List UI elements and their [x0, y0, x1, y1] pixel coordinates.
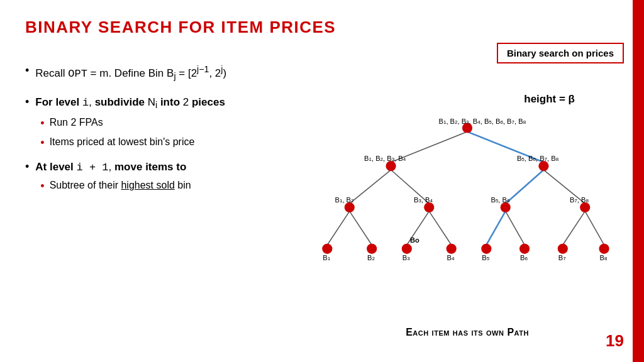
svg-point-38 — [519, 244, 530, 254]
svg-line-3 — [327, 211, 349, 245]
sub-bullet-text-3-1: Subtree of their highest sold bin — [50, 178, 191, 193]
height-label: height = β — [524, 93, 575, 106]
svg-text:B1, B2, B3, B4, B5, B6, B7, B8: B1, B2, B3, B4, B5, B6, B7, B8 — [438, 118, 526, 125]
svg-point-22 — [424, 202, 434, 212]
svg-point-30 — [367, 244, 377, 254]
sub-bullet-dot-2-1: • — [40, 115, 44, 132]
binary-search-box: Binary search on prices — [497, 43, 624, 63]
sub-bullet-text-2-2: Items priced at lowest bin's price — [50, 134, 195, 150]
svg-point-34 — [447, 244, 457, 254]
bullet-1: • Recall OPT = m. Define Bin Bj = [2j−1,… — [25, 63, 327, 83]
svg-point-28 — [322, 244, 332, 254]
bullet-dot-1: • — [25, 64, 29, 77]
svg-text:B2: B2 — [367, 254, 375, 261]
svg-text:B5, B6, B7, B8: B5, B6, B7, B8 — [517, 155, 559, 162]
bullet-text-3: At level i + 1, move items to • Subtree … — [35, 159, 191, 198]
sub-bullet-2-1: • Run 2 FPAs — [40, 115, 225, 132]
svg-text:B6: B6 — [520, 254, 528, 261]
sub-bullet-3-1: • Subtree of their highest sold bin — [40, 178, 191, 195]
sub-bullet-dot-2-2: • — [40, 134, 44, 151]
svg-line-13 — [585, 211, 604, 245]
svg-text:B7: B7 — [558, 254, 566, 261]
svg-text:B3: B3 — [402, 254, 410, 261]
svg-point-36 — [481, 244, 491, 254]
svg-point-16 — [386, 161, 396, 171]
svg-text:B5: B5 — [482, 254, 489, 261]
tree-diagram: .node-label { font-family: Arial, sans-s… — [308, 113, 626, 302]
svg-text:B7, B8: B7, B8 — [570, 196, 589, 204]
bullet-2: • For level i, subdivide Ni into 2 piece… — [25, 94, 327, 154]
svg-point-42 — [599, 244, 609, 254]
svg-line-10 — [486, 211, 505, 245]
svg-text:B4: B4 — [447, 254, 455, 261]
bullet-text-1: Recall OPT = m. Define Bin Bj = [2j−1, 2… — [35, 63, 226, 83]
svg-text:B1, B2: B1, B2 — [335, 196, 355, 204]
svg-point-32 — [402, 244, 412, 254]
each-item-label: Each item has its own Path — [308, 327, 626, 338]
svg-text:B8: B8 — [599, 254, 607, 261]
svg-line-1 — [350, 170, 391, 204]
sub-bullet-text-2-1: Run 2 FPAs — [50, 115, 103, 130]
sub-bullets-3: • Subtree of their highest sold bin — [40, 178, 191, 195]
svg-text:B5, B6: B5, B6 — [491, 196, 510, 204]
svg-point-40 — [558, 244, 568, 254]
svg-point-18 — [538, 161, 548, 171]
sub-bullets-2: • Run 2 FPAs • Items priced at lowest bi… — [40, 115, 225, 151]
svg-line-4 — [350, 211, 372, 245]
svg-text:B1, B2, B3, B4: B1, B2, B3, B4 — [364, 155, 406, 162]
svg-point-24 — [501, 202, 511, 212]
svg-line-12 — [563, 211, 585, 245]
svg-point-26 — [580, 202, 590, 212]
content-area: • Recall OPT = m. Define Bin Bj = [2j−1,… — [25, 63, 327, 209]
svg-text:B3, B4: B3, B4 — [414, 196, 433, 204]
sub-bullet-2-2: • Items priced at lowest bin's price — [40, 134, 225, 151]
bullet-dot-3: • — [25, 160, 29, 173]
svg-line-11 — [506, 211, 525, 245]
svg-text:Bo: Bo — [410, 236, 419, 244]
bullet-text-2: For level i, subdivide Ni into 2 pieces … — [35, 94, 225, 154]
tree-svg: .node-label { font-family: Arial, sans-s… — [308, 113, 626, 302]
slide-number: 19 — [606, 331, 624, 351]
svg-line-6 — [429, 211, 451, 245]
svg-text:B1: B1 — [323, 254, 330, 261]
slide-title: BINARY SEARCH FOR ITEM PRICES — [25, 18, 336, 37]
right-accent-bar — [633, 0, 644, 362]
sub-bullet-dot-3-1: • — [40, 178, 44, 195]
bullet-dot-2: • — [25, 96, 29, 109]
bullet-3: • At level i + 1, move items to • Subtre… — [25, 159, 327, 198]
svg-line-8 — [506, 170, 544, 204]
svg-point-20 — [345, 202, 355, 212]
